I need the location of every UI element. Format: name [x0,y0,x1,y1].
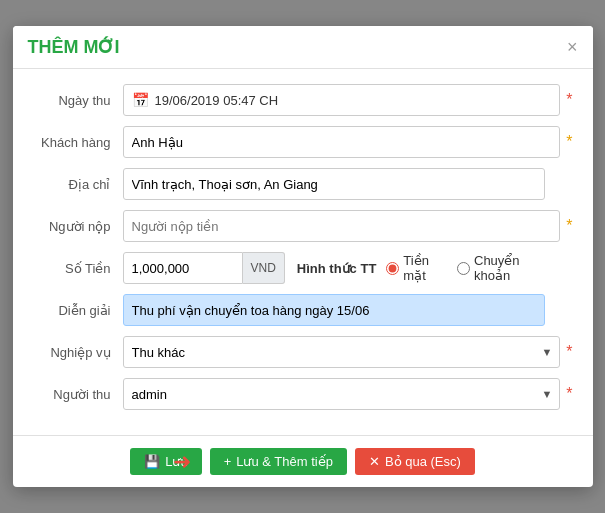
khach-hang-input[interactable] [123,126,561,158]
so-tien-row: Số Tiền VND Hình thức TT Tiền mặt Chuyển… [33,252,573,284]
modal-title: THÊM MỚI [28,36,120,58]
nghiep-vu-select[interactable]: Thu khác [123,336,561,368]
nguoi-thu-row: Người thu admin ▼ * [33,378,573,410]
dien-giai-row: Diễn giải [33,294,573,326]
nghiep-vu-required: * [566,343,572,361]
nghiep-vu-row: Nghiệp vụ Thu khác ▼ * [33,336,573,368]
ngay-thu-label: Ngày thu [33,93,123,108]
dia-chi-input[interactable] [123,168,545,200]
tien-mat-radio[interactable] [386,262,399,275]
dia-chi-label: Địa chỉ [33,177,123,192]
save-add-icon: + [224,454,232,469]
dien-giai-input[interactable] [123,294,545,326]
chuyen-khoan-option[interactable]: Chuyển khoản [457,253,545,283]
save-add-label: Lưu & Thêm tiếp [236,454,333,469]
modal-footer: ➜ 💾 Lưu + Lưu & Thêm tiếp ✕ Bỏ qua (Esc) [13,435,593,487]
dia-chi-row: Địa chỉ [33,168,573,200]
nguoi-thu-select[interactable]: admin [123,378,561,410]
save-button[interactable]: 💾 Lưu [130,448,201,475]
chuyen-khoan-label: Chuyển khoản [474,253,545,283]
ngay-thu-field[interactable]: 📅 19/06/2019 05:47 CH [123,84,561,116]
tien-mat-option[interactable]: Tiền mặt [386,253,445,283]
ngay-thu-row: Ngày thu 📅 19/06/2019 05:47 CH * [33,84,573,116]
calendar-icon: 📅 [132,92,149,108]
arrow-indicator: ➜ [173,449,191,475]
amount-row: VND Hình thức TT Tiền mặt Chuyển khoản [123,252,545,284]
nguoi-thu-required: * [566,385,572,403]
chuyen-khoan-radio[interactable] [457,262,470,275]
cancel-label: Bỏ qua (Esc) [385,454,461,469]
ngay-thu-required: * [566,91,572,109]
cancel-icon: ✕ [369,454,380,469]
nghiep-vu-wrapper: Thu khác ▼ [123,336,561,368]
nghiep-vu-label: Nghiệp vụ [33,345,123,360]
nguoi-nop-row: Người nộp * [33,210,573,242]
so-tien-label: Số Tiền [33,261,123,276]
nguoi-thu-label: Người thu [33,387,123,402]
nguoi-nop-input[interactable] [123,210,561,242]
save-icon: 💾 [144,454,160,469]
save-add-button[interactable]: + Lưu & Thêm tiếp [210,448,347,475]
cancel-button[interactable]: ✕ Bỏ qua (Esc) [355,448,475,475]
ngay-thu-value: 19/06/2019 05:47 CH [155,93,279,108]
nguoi-nop-label: Người nộp [33,219,123,234]
dien-giai-label: Diễn giải [33,303,123,318]
currency-badge: VND [243,252,285,284]
nguoi-nop-required: * [566,217,572,235]
modal-body: Ngày thu 📅 19/06/2019 05:47 CH * Khách h… [13,69,593,435]
modal-header: THÊM MỚI × [13,26,593,69]
close-button[interactable]: × [567,38,578,56]
khach-hang-row: Khách hàng * [33,126,573,158]
payment-type-group: Tiền mặt Chuyển khoản [386,253,544,283]
tien-mat-label: Tiền mặt [403,253,445,283]
khach-hang-label: Khách hàng [33,135,123,150]
add-new-modal: THÊM MỚI × Ngày thu 📅 19/06/2019 05:47 C… [13,26,593,487]
so-tien-input[interactable] [123,252,243,284]
hinh-thuc-tt-label: Hình thức TT [297,261,377,276]
nguoi-thu-wrapper: admin ▼ [123,378,561,410]
khach-hang-required: * [566,133,572,151]
